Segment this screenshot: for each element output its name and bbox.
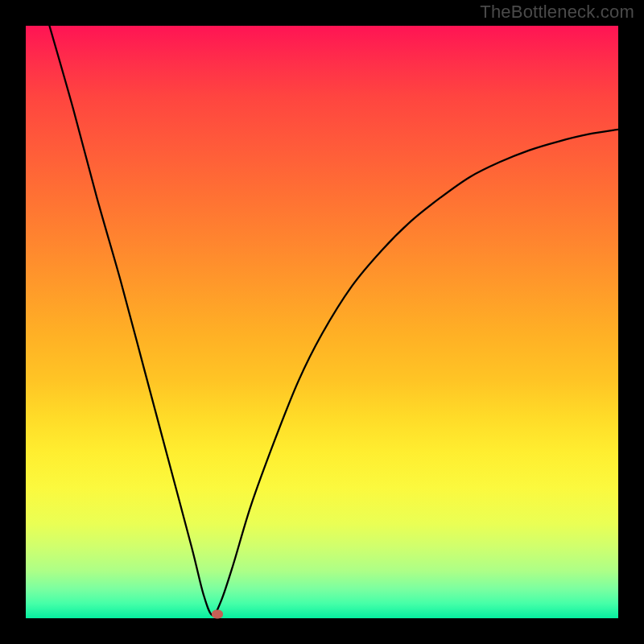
bottleneck-curve: [26, 26, 618, 618]
plot-area: [26, 26, 618, 618]
chart-frame: TheBottleneck.com: [0, 0, 644, 644]
optimum-marker: [212, 609, 223, 618]
watermark-text: TheBottleneck.com: [480, 2, 634, 23]
